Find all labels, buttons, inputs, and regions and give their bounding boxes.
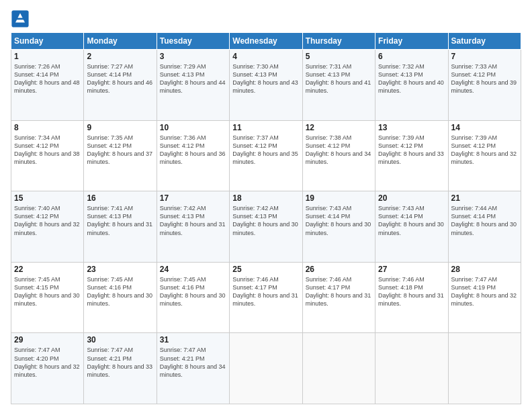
calendar-cell: 11 Sunrise: 7:37 AMSunset: 4:12 PMDaylig… [230,120,302,191]
calendar-cell: 23 Sunrise: 7:45 AMSunset: 4:16 PMDaylig… [84,262,157,333]
day-info: Sunrise: 7:45 AMSunset: 4:15 PMDaylight:… [14,276,80,307]
calendar-cell: 19 Sunrise: 7:43 AMSunset: 4:14 PMDaylig… [302,191,375,263]
calendar-cell: 18 Sunrise: 7:42 AMSunset: 4:13 PMDaylig… [230,191,302,263]
day-number: 15 [14,193,81,203]
day-number: 4 [232,52,299,61]
day-info: Sunrise: 7:36 AMSunset: 4:12 PMDaylight:… [160,134,226,165]
col-header-monday: Monday [84,33,157,50]
calendar-cell: 13 Sunrise: 7:39 AMSunset: 4:12 PMDaylig… [375,120,448,191]
calendar-cell [448,333,521,404]
day-number: 11 [232,123,299,132]
day-info: Sunrise: 7:43 AMSunset: 4:14 PMDaylight:… [306,205,371,236]
day-info: Sunrise: 7:39 AMSunset: 4:12 PMDaylight:… [378,134,444,165]
day-info: Sunrise: 7:33 AMSunset: 4:12 PMDaylight:… [451,63,517,94]
day-info: Sunrise: 7:34 AMSunset: 4:12 PMDaylight:… [14,134,80,165]
calendar-week-row: 15 Sunrise: 7:40 AMSunset: 4:12 PMDaylig… [11,191,521,263]
calendar-cell: 6 Sunrise: 7:32 AMSunset: 4:13 PMDayligh… [375,50,448,121]
logo-icon [11,9,30,28]
day-number: 17 [160,193,226,203]
day-info: Sunrise: 7:43 AMSunset: 4:14 PMDaylight:… [378,205,444,236]
calendar-cell: 16 Sunrise: 7:41 AMSunset: 4:13 PMDaylig… [84,191,157,263]
calendar-cell: 21 Sunrise: 7:44 AMSunset: 4:14 PMDaylig… [448,191,521,263]
calendar-cell: 5 Sunrise: 7:31 AMSunset: 4:13 PMDayligh… [302,50,375,121]
day-number: 2 [87,52,153,61]
calendar-cell: 1 Sunrise: 7:26 AMSunset: 4:14 PMDayligh… [11,50,84,121]
calendar-cell: 9 Sunrise: 7:35 AMSunset: 4:12 PMDayligh… [84,120,157,191]
calendar-header-row: SundayMondayTuesdayWednesdayThursdayFrid… [11,33,521,50]
calendar-cell: 3 Sunrise: 7:29 AMSunset: 4:13 PMDayligh… [157,50,229,121]
day-info: Sunrise: 7:45 AMSunset: 4:16 PMDaylight:… [87,276,152,307]
svg-rect-2 [16,18,24,20]
col-header-thursday: Thursday [302,33,375,50]
calendar-cell: 26 Sunrise: 7:46 AMSunset: 4:17 PMDaylig… [302,262,375,333]
calendar-cell: 10 Sunrise: 7:36 AMSunset: 4:12 PMDaylig… [157,120,229,191]
header [11,7,521,28]
day-info: Sunrise: 7:47 AMSunset: 4:21 PMDaylight:… [87,347,152,377]
day-number: 9 [87,123,153,132]
calendar-cell: 8 Sunrise: 7:34 AMSunset: 4:12 PMDayligh… [11,120,84,191]
col-header-saturday: Saturday [448,33,521,50]
calendar-week-row: 22 Sunrise: 7:45 AMSunset: 4:15 PMDaylig… [11,262,521,333]
day-info: Sunrise: 7:30 AMSunset: 4:13 PMDaylight:… [232,63,298,94]
day-info: Sunrise: 7:45 AMSunset: 4:16 PMDaylight:… [160,276,226,307]
day-info: Sunrise: 7:46 AMSunset: 4:17 PMDaylight:… [232,276,298,307]
day-number: 3 [160,52,226,61]
day-info: Sunrise: 7:38 AMSunset: 4:12 PMDaylight:… [306,134,371,165]
calendar-cell [375,333,448,404]
day-number: 1 [14,52,81,61]
calendar-cell: 2 Sunrise: 7:27 AMSunset: 4:14 PMDayligh… [84,50,157,121]
calendar-cell [302,333,375,404]
calendar-cell: 20 Sunrise: 7:43 AMSunset: 4:14 PMDaylig… [375,191,448,263]
day-number: 29 [14,335,81,345]
day-info: Sunrise: 7:27 AMSunset: 4:14 PMDaylight:… [87,63,152,94]
day-number: 10 [160,123,226,132]
col-header-sunday: Sunday [11,33,84,50]
day-number: 19 [306,193,372,203]
day-info: Sunrise: 7:41 AMSunset: 4:13 PMDaylight:… [87,205,152,236]
day-number: 31 [160,335,226,345]
calendar-cell: 27 Sunrise: 7:46 AMSunset: 4:18 PMDaylig… [375,262,448,333]
day-number: 21 [451,193,518,203]
day-info: Sunrise: 7:42 AMSunset: 4:13 PMDaylight:… [160,205,226,236]
day-info: Sunrise: 7:31 AMSunset: 4:13 PMDaylight:… [306,63,371,94]
page: SundayMondayTuesdayWednesdayThursdayFrid… [0,0,532,411]
day-info: Sunrise: 7:47 AMSunset: 4:19 PMDaylight:… [451,276,517,307]
day-number: 6 [378,52,445,61]
day-number: 12 [306,123,372,132]
col-header-friday: Friday [375,33,448,50]
day-number: 30 [87,335,153,345]
day-info: Sunrise: 7:47 AMSunset: 4:20 PMDaylight:… [14,347,80,377]
day-number: 25 [232,265,299,274]
calendar-cell: 14 Sunrise: 7:39 AMSunset: 4:12 PMDaylig… [448,120,521,191]
col-header-wednesday: Wednesday [230,33,302,50]
day-info: Sunrise: 7:46 AMSunset: 4:18 PMDaylight:… [378,276,444,307]
calendar-cell: 7 Sunrise: 7:33 AMSunset: 4:12 PMDayligh… [448,50,521,121]
calendar-cell: 31 Sunrise: 7:47 AMSunset: 4:21 PMDaylig… [157,333,229,404]
calendar-week-row: 1 Sunrise: 7:26 AMSunset: 4:14 PMDayligh… [11,50,521,121]
day-number: 18 [232,193,299,203]
day-info: Sunrise: 7:46 AMSunset: 4:17 PMDaylight:… [306,276,371,307]
day-info: Sunrise: 7:44 AMSunset: 4:14 PMDaylight:… [451,205,517,236]
day-number: 5 [306,52,372,61]
day-number: 23 [87,265,153,274]
day-info: Sunrise: 7:35 AMSunset: 4:12 PMDaylight:… [87,134,152,165]
calendar-table: SundayMondayTuesdayWednesdayThursdayFrid… [11,32,521,404]
calendar-cell: 29 Sunrise: 7:47 AMSunset: 4:20 PMDaylig… [11,333,84,404]
calendar-cell: 28 Sunrise: 7:47 AMSunset: 4:19 PMDaylig… [448,262,521,333]
day-info: Sunrise: 7:40 AMSunset: 4:12 PMDaylight:… [14,205,80,236]
day-number: 14 [451,123,518,132]
calendar-cell: 12 Sunrise: 7:38 AMSunset: 4:12 PMDaylig… [302,120,375,191]
calendar-cell: 22 Sunrise: 7:45 AMSunset: 4:15 PMDaylig… [11,262,84,333]
day-number: 28 [451,265,518,274]
day-number: 16 [87,193,153,203]
calendar-cell: 15 Sunrise: 7:40 AMSunset: 4:12 PMDaylig… [11,191,84,263]
calendar-cell: 30 Sunrise: 7:47 AMSunset: 4:21 PMDaylig… [84,333,157,404]
day-number: 22 [14,265,81,274]
calendar-cell: 4 Sunrise: 7:30 AMSunset: 4:13 PMDayligh… [230,50,302,121]
calendar-week-row: 8 Sunrise: 7:34 AMSunset: 4:12 PMDayligh… [11,120,521,191]
day-info: Sunrise: 7:39 AMSunset: 4:12 PMDaylight:… [451,134,517,165]
calendar-cell: 25 Sunrise: 7:46 AMSunset: 4:17 PMDaylig… [230,262,302,333]
day-number: 8 [14,123,81,132]
day-info: Sunrise: 7:42 AMSunset: 4:13 PMDaylight:… [232,205,298,236]
day-info: Sunrise: 7:26 AMSunset: 4:14 PMDaylight:… [14,63,80,94]
